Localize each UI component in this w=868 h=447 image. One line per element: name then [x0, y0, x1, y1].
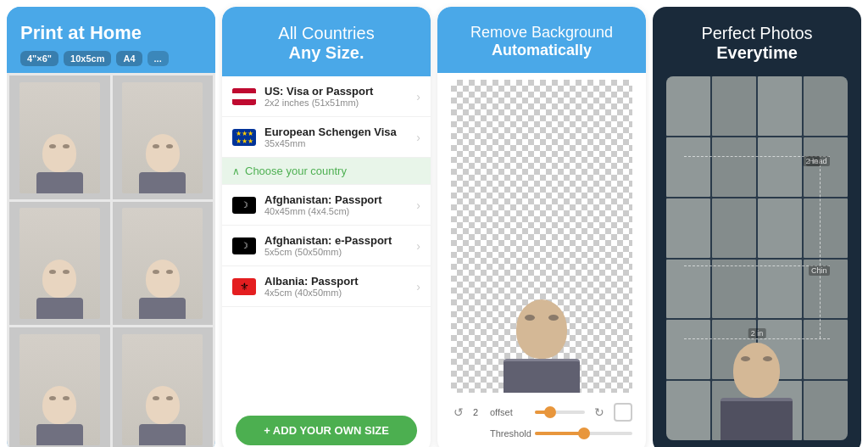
tile — [758, 198, 802, 258]
color-picker-box[interactable] — [614, 403, 632, 422]
height-label: 2 in — [803, 156, 821, 166]
offset-label: offset — [490, 407, 528, 417]
face-body — [36, 298, 83, 319]
tile — [666, 76, 710, 136]
flag-eu: ★★★★★★ — [232, 129, 256, 146]
panel-perfect-photos: Perfect Photos Everytime — [653, 7, 861, 447]
tile — [666, 198, 710, 258]
undo-icon: ↺ — [451, 405, 466, 419]
flag-us — [232, 88, 256, 105]
badge-a4[interactable]: A4 — [116, 51, 142, 66]
panel3-title-light: Remove Background — [470, 24, 613, 41]
panel2-header: All Countries Any Size. — [222, 7, 431, 76]
offset-slider[interactable] — [535, 411, 585, 414]
panel2-title-light: All Countries — [278, 24, 374, 42]
side-line — [820, 156, 821, 338]
panel3-title-bold: Automatically — [492, 42, 592, 59]
photo-cell — [9, 202, 110, 326]
offset-control-row: ↺ 2 offset ↻ — [451, 403, 632, 422]
photo-cell — [9, 327, 110, 447]
country-name: US: Visa or Passport — [264, 85, 416, 98]
country-item-us[interactable]: US: Visa or Passport 2x2 inches (51x51mm… — [222, 76, 431, 117]
country-info-al: Albania: Passport 4x5cm (40x50mm) — [264, 275, 416, 298]
photo-cell — [113, 202, 214, 326]
photo-face — [19, 334, 100, 445]
country-item-al[interactable]: ⚜ Albania: Passport 4x5cm (40x50mm) › — [222, 266, 431, 307]
chevron-right-icon: › — [416, 198, 420, 212]
face-head — [146, 386, 180, 424]
tile — [712, 260, 756, 319]
photo-cell — [113, 75, 214, 199]
country-item-af-epassport[interactable]: ☽ Afghanistan: e-Passport 5x5cm (50x50mm… — [222, 226, 431, 266]
photo-cell — [113, 327, 214, 447]
photo-face — [19, 208, 100, 319]
tile — [804, 76, 848, 136]
panel-all-countries: All Countries Any Size. US: Visa or Pass… — [222, 7, 431, 447]
redo-icon: ↻ — [592, 405, 607, 419]
badge-4x6[interactable]: 4"×6" — [20, 51, 58, 66]
tile — [666, 260, 710, 319]
choose-country-row[interactable]: ∧ Choose your country — [222, 158, 431, 185]
face-body — [36, 172, 83, 193]
panel3-header: Remove Background Automatically — [437, 7, 646, 73]
panel1-title: Print at Home — [20, 22, 202, 44]
country-size: 2x2 inches (51x51mm) — [264, 98, 416, 108]
tile — [804, 198, 848, 258]
measurement-person — [693, 343, 821, 440]
country-size: 5x5cm (50x50mm) — [264, 247, 416, 257]
country-size: 35x45mm — [264, 138, 416, 148]
photo-cell — [9, 75, 110, 199]
threshold-label: Threshold — [490, 428, 528, 439]
badge-10x5cm[interactable]: 10x5cm — [64, 51, 111, 66]
flag-al: ⚜ — [232, 278, 256, 295]
panel4-header: Perfect Photos Everytime — [653, 7, 861, 76]
person-silhouette — [469, 95, 614, 393]
threshold-slider-fill — [535, 432, 584, 435]
face-head — [42, 386, 76, 424]
offset-value: 2 — [473, 407, 483, 417]
background-removal-photo — [437, 73, 646, 396]
silhouette-body — [504, 359, 580, 393]
country-size: 4x5cm (40x50mm) — [264, 288, 416, 298]
country-info-af-e: Afghanistan: e-Passport 5x5cm (50x50mm) — [264, 234, 416, 257]
photo-face — [122, 208, 203, 319]
photo-grid — [7, 73, 215, 447]
checker-background — [451, 80, 632, 393]
measurement-photo: Head Chin 2 in 2 in — [653, 76, 861, 447]
tile — [712, 198, 756, 258]
face-body — [139, 424, 186, 445]
country-info-us: US: Visa or Passport 2x2 inches (51x51mm… — [264, 85, 416, 108]
country-item-eu[interactable]: ★★★★★★ European Schengen Visa 35x45mm › — [222, 117, 431, 158]
panel4-title-light: Perfect Photos — [701, 24, 812, 42]
af-icon: ☽ — [241, 241, 248, 250]
tile — [712, 76, 756, 136]
threshold-slider[interactable] — [535, 432, 632, 435]
country-list: US: Visa or Passport 2x2 inches (51x51mm… — [222, 76, 431, 407]
tile — [666, 137, 710, 197]
chin-line — [684, 265, 829, 266]
photo-face — [122, 334, 203, 445]
face-head — [42, 134, 76, 172]
face-head — [146, 260, 180, 298]
tile — [712, 137, 756, 197]
af-icon: ☽ — [241, 200, 248, 210]
country-item-af-passport[interactable]: ☽ Afghanistan: Passport 40x45mm (4x4.5cm… — [222, 185, 431, 226]
threshold-slider-thumb — [578, 427, 590, 439]
tile — [758, 260, 802, 319]
panel3-title: Remove Background Automatically — [451, 24, 632, 59]
flag-af: ☽ — [232, 197, 256, 214]
country-size: 40x45mm (4x4.5cm) — [264, 206, 416, 216]
add-own-size-button[interactable]: + ADD YOUR OWN SIZE — [236, 416, 417, 445]
offset-slider-thumb — [544, 406, 556, 418]
eu-stars-icon: ★★★★★★ — [236, 130, 253, 145]
panel2-title: All Countries Any Size. — [236, 24, 417, 63]
eagle-icon: ⚜ — [240, 281, 249, 293]
photo-face — [122, 82, 203, 193]
measurement-body — [721, 398, 793, 440]
badge-more[interactable]: ... — [147, 51, 169, 66]
measurement-frame: Head Chin 2 in 2 in — [666, 76, 848, 440]
face-head — [42, 260, 76, 298]
country-name: European Schengen Visa — [264, 126, 416, 138]
country-name: Albania: Passport — [264, 275, 416, 288]
choose-country-text: Choose your country — [245, 165, 347, 177]
